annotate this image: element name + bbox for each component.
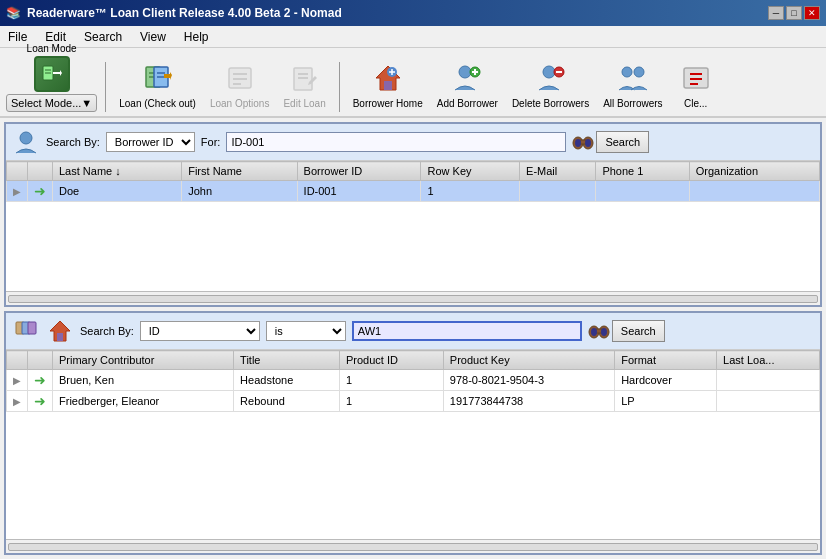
borrower-search-button[interactable]: Search [596,131,649,153]
loan-mode-svg [40,62,64,86]
borrower-table-area[interactable]: Last Name ↓ First Name Borrower ID Row K… [6,161,820,291]
close-button[interactable]: ✕ [804,6,820,20]
col-last-name[interactable]: Last Name ↓ [53,162,182,181]
item-col-product-key[interactable]: Product Key [443,351,614,370]
maximize-button[interactable]: □ [786,6,802,20]
main-content: Search By: Borrower ID Last Name First N… [0,118,826,559]
col-first-name[interactable]: First Name [182,162,297,181]
menu-view[interactable]: View [136,29,170,45]
item-table: Primary Contributor Title Product ID Pro… [6,350,820,412]
col-email[interactable]: E-Mail [520,162,596,181]
row-first-name: John [182,181,297,202]
minimize-button[interactable]: ─ [768,6,784,20]
item-col-indicator [7,351,28,370]
borrower-search-by-dropdown[interactable]: Borrower ID Last Name First Name [106,132,195,152]
svg-point-37 [20,132,32,144]
row-phone1 [596,181,689,202]
item-panel: Search By: ID Title Author is contains [4,311,822,555]
table-row[interactable]: ▶ ➜ Doe John ID-001 1 [7,181,820,202]
row-borrower-id: ID-001 [297,181,421,202]
item-search-by-dropdown[interactable]: ID Title Author [140,321,260,341]
item-row-arrow-1: ➜ [28,370,53,391]
item-search-button[interactable]: Search [612,320,665,342]
col-borrower-id[interactable]: Borrower ID [297,162,421,181]
toolbar: Loan Mode Select Mode... ▼ [0,48,826,118]
svg-point-51 [591,328,597,336]
row-organization [689,181,819,202]
item-col-contributor[interactable]: Primary Contributor [53,351,234,370]
item-row-indicator-1: ▶ [7,370,28,391]
table-row[interactable]: ▶ ➜ Friedberger, Eleanor Rebound 1 19177… [7,391,820,412]
item-scrollbar-track[interactable] [8,543,818,551]
toolbar-sep-1 [105,62,106,112]
all-borrowers-button[interactable]: All Borrowers [598,57,667,112]
loan-checkout-icon [140,60,176,96]
item-col-product-id[interactable]: Product ID [339,351,443,370]
item-search-by-label: Search By: [80,325,134,337]
item-search-is-dropdown[interactable]: is contains [266,321,346,341]
title-bar-left: 📚 Readerware™ Loan Client Release 4.00 B… [6,6,342,20]
item-row-title-1: Headstone [234,370,340,391]
item-col-last-loan[interactable]: Last Loa... [717,351,820,370]
item-search-bar: Search By: ID Title Author is contains [6,313,820,350]
loan-options-button[interactable]: Loan Options [205,57,275,112]
clear-button[interactable]: Cle... [672,57,720,112]
borrower-home-button[interactable]: Borrower Home [348,57,428,112]
clear-icon [678,60,714,96]
borrower-search-bar: Search By: Borrower ID Last Name First N… [6,124,820,161]
item-row-contributor-1: Bruen, Ken [53,370,234,391]
svg-point-24 [459,66,471,78]
svg-point-42 [585,139,591,147]
col-organization[interactable]: Organization [689,162,819,181]
item-scrollbar[interactable] [6,539,820,553]
item-col-title[interactable]: Title [234,351,340,370]
borrower-search-by-label: Search By: [46,136,100,148]
item-row-product-key-1: 978-0-8021-9504-3 [443,370,614,391]
item-table-area[interactable]: Primary Contributor Title Product ID Pro… [6,350,820,539]
select-mode-arrow: ▼ [81,97,92,109]
item-home-icon [46,317,74,345]
loan-options-icon [222,60,258,96]
select-mode-label: Select Mode... [11,97,81,109]
item-row-last-loan-1 [717,370,820,391]
item-row-arrow-2: ➜ [28,391,53,412]
item-row-contributor-2: Friedberger, Eleanor [53,391,234,412]
item-col-arrow [28,351,53,370]
add-borrower-button[interactable]: Add Borrower [432,57,503,112]
svg-rect-45 [28,322,36,334]
borrower-home-label: Borrower Home [353,98,423,109]
borrower-panel: Search By: Borrower ID Last Name First N… [4,122,822,307]
table-row[interactable]: ▶ ➜ Bruen, Ken Headstone 1 978-0-8021-95… [7,370,820,391]
item-row-title-2: Rebound [234,391,340,412]
borrower-table: Last Name ↓ First Name Borrower ID Row K… [6,161,820,202]
borrower-search-input[interactable] [226,132,566,152]
all-borrowers-label: All Borrowers [603,98,662,109]
menu-help[interactable]: Help [180,29,213,45]
edit-loan-button[interactable]: Edit Loan [278,57,330,112]
loan-checkout-button[interactable]: Loan (Check out) [114,57,201,112]
item-search-button-area: Search [588,320,665,342]
svg-point-52 [601,328,607,336]
svg-marker-3 [53,70,62,76]
delete-borrowers-button[interactable]: Delete Borrowers [507,57,594,112]
item-search-input[interactable] [352,321,582,341]
delete-borrowers-label: Delete Borrowers [512,98,589,109]
item-col-format[interactable]: Format [615,351,717,370]
borrower-scrollbar-track[interactable] [8,295,818,303]
borrower-scrollbar[interactable] [6,291,820,305]
item-row-last-loan-2 [717,391,820,412]
item-row-format-1: Hardcover [615,370,717,391]
add-borrower-label: Add Borrower [437,98,498,109]
borrower-for-label: For: [201,136,221,148]
menu-bar: File Edit Search View Help [0,26,826,48]
row-last-name: Doe [53,181,182,202]
select-mode-button[interactable]: Select Mode... ▼ [6,94,97,112]
loan-mode-label: Loan Mode [27,43,77,54]
title-bar-controls[interactable]: ─ □ ✕ [768,6,820,20]
col-row-key[interactable]: Row Key [421,162,520,181]
item-row-indicator-2: ▶ [7,391,28,412]
svg-rect-11 [229,68,251,88]
item-row-format-2: LP [615,391,717,412]
col-phone1[interactable]: Phone 1 [596,162,689,181]
loan-mode-group: Loan Mode Select Mode... ▼ [6,43,97,112]
